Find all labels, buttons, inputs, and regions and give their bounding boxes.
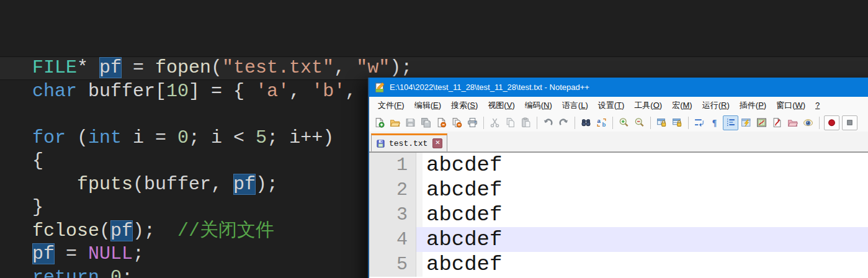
- paste-button[interactable]: [518, 115, 534, 130]
- show-all-characters-button[interactable]: ¶: [707, 115, 723, 130]
- menu-run[interactable]: 运行(R): [697, 97, 735, 114]
- fold-margin: [416, 252, 423, 277]
- save-button[interactable]: [403, 115, 418, 130]
- highlighted-symbol: pf: [110, 220, 133, 241]
- line-text[interactable]: abcdef: [423, 227, 868, 252]
- redo-button[interactable]: [556, 115, 571, 130]
- line-text[interactable]: abcdef: [423, 153, 868, 177]
- tab-label: test.txt: [389, 139, 427, 148]
- undo-button[interactable]: [540, 115, 556, 130]
- menu-search[interactable]: 搜索(S): [446, 97, 483, 114]
- zoom-in-button[interactable]: [616, 115, 632, 130]
- code-token: //关闭文件: [177, 220, 274, 241]
- editor-line[interactable]: 1abcdef: [369, 153, 868, 177]
- menu-macro[interactable]: 宏(M): [667, 97, 697, 114]
- saved-file-icon: [376, 139, 385, 148]
- editor-line[interactable]: 3abcdef: [369, 202, 868, 227]
- code-token: (buffer,: [133, 174, 233, 195]
- line-number: 3: [369, 202, 416, 227]
- sync-scroll-vertical-button[interactable]: [654, 115, 669, 130]
- fold-margin: [416, 153, 423, 177]
- save-all-button[interactable]: [418, 115, 434, 130]
- save-all-icon: [421, 117, 431, 128]
- notepad-toolbar: ab¶: [369, 114, 868, 132]
- line-text[interactable]: abcdef: [423, 202, 868, 227]
- close-all-icon: [452, 117, 462, 128]
- code-token: 0: [177, 127, 189, 148]
- copy-button[interactable]: [503, 115, 518, 130]
- menu-plugins[interactable]: 插件(P): [735, 97, 771, 114]
- show-all-characters-icon: ¶: [710, 117, 720, 128]
- close-tab-icon[interactable]: ✕: [432, 138, 442, 148]
- cut-button[interactable]: [487, 115, 503, 130]
- code-token: fputs: [77, 174, 133, 195]
- record-macro-button[interactable]: [824, 115, 839, 130]
- monitoring-button[interactable]: [800, 115, 816, 130]
- code-token: );: [390, 57, 412, 78]
- code-token: ;: [122, 267, 133, 278]
- code-token: int: [88, 127, 122, 148]
- replace-button[interactable]: ab: [594, 115, 609, 130]
- window-title: E:\104\2022\test_11_28\test_11_28\test.t…: [390, 83, 589, 92]
- code-token: );: [256, 174, 278, 195]
- code-token: i =: [122, 127, 177, 148]
- menu-view[interactable]: 视图(V): [483, 97, 519, 114]
- close-button[interactable]: [434, 115, 449, 130]
- undo-icon: [543, 117, 553, 128]
- tab-test-txt[interactable]: test.txt ✕: [371, 133, 447, 151]
- notepad-titlebar[interactable]: E:\104\2022\test_11_28\test_11_28\test.t…: [369, 78, 868, 97]
- menu-edit[interactable]: 编辑(E): [409, 97, 446, 114]
- code-token: for: [32, 127, 66, 148]
- code-token: {: [32, 150, 43, 171]
- document-map-button[interactable]: [754, 115, 769, 130]
- line-number: 2: [369, 177, 416, 202]
- notepad-tabbar: test.txt ✕: [369, 132, 868, 152]
- highlighted-symbol: pf: [32, 243, 55, 264]
- editor-line[interactable]: 2abcdef: [369, 177, 868, 202]
- menu-language[interactable]: 语言(L): [557, 97, 593, 114]
- code-token: fopen: [155, 57, 211, 78]
- editor-line[interactable]: 5abcdef: [369, 252, 868, 277]
- find-button[interactable]: [578, 115, 594, 130]
- code-token: "test.txt": [222, 57, 334, 78]
- code-token: "w": [356, 57, 390, 78]
- function-list-button[interactable]: [738, 115, 754, 130]
- sync-scroll-horizontal-button[interactable]: [669, 115, 685, 130]
- menu-tools[interactable]: 工具(O): [629, 97, 667, 114]
- open-folder-icon: [390, 117, 400, 128]
- line-text[interactable]: abcdef: [423, 252, 868, 277]
- notepad-editor-area[interactable]: 1abcdef2abcdef3abcdef4abcdef5abcdef: [369, 152, 868, 278]
- indent-guide-button[interactable]: [723, 115, 738, 130]
- code-token: (: [66, 127, 88, 148]
- stop-macro-button[interactable]: [842, 115, 857, 130]
- notepadpp-app-icon: [374, 82, 385, 93]
- code-token: 5: [256, 127, 267, 148]
- new-file-button[interactable]: [372, 115, 387, 130]
- menu-settings[interactable]: 设置(T): [593, 97, 630, 114]
- document-switcher-button[interactable]: [769, 115, 785, 130]
- zoom-out-button[interactable]: [632, 115, 647, 130]
- svg-text:b: b: [602, 121, 606, 128]
- editor-line[interactable]: 4abcdef: [369, 227, 868, 252]
- code-token: buffer[: [77, 81, 166, 102]
- document-switcher-icon: [772, 117, 782, 128]
- menu-window[interactable]: 窗口(W): [771, 97, 810, 114]
- menu-file[interactable]: 文件(F): [373, 97, 409, 114]
- open-folder-button[interactable]: [387, 115, 403, 130]
- code-token: ;: [133, 243, 144, 264]
- code-token: ,: [334, 57, 356, 78]
- record-macro-icon: [826, 117, 837, 128]
- word-wrap-button[interactable]: [692, 115, 707, 130]
- line-number: 1: [369, 153, 416, 177]
- print-button[interactable]: [465, 115, 480, 130]
- toolbar-separator: [537, 117, 537, 129]
- close-all-button[interactable]: [449, 115, 465, 130]
- code-line[interactable]: FILE* pf = fopen("test.txt", "w");: [0, 56, 868, 80]
- replace-icon: ab: [596, 117, 607, 128]
- sync-scroll-horizontal-icon: [672, 117, 682, 128]
- folder-as-workspace-button[interactable]: [785, 115, 800, 130]
- menu-help[interactable]: ?: [810, 98, 825, 112]
- menu-encoding[interactable]: 编码(N): [520, 97, 557, 114]
- toolbar-separator: [575, 117, 575, 129]
- line-text[interactable]: abcdef: [423, 177, 868, 202]
